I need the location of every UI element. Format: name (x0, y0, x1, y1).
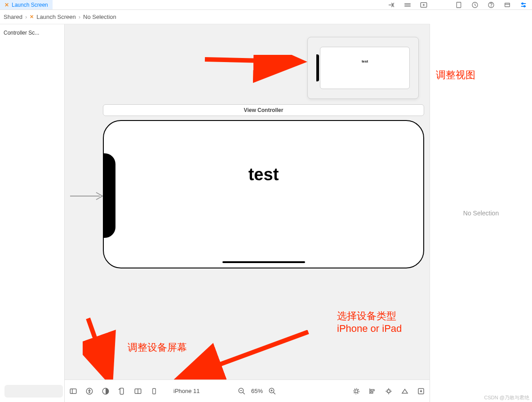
svg-rect-25 (120, 388, 124, 394)
add-panel-icon[interactable] (420, 1, 428, 9)
compare-icon[interactable] (387, 1, 395, 9)
layout-icon[interactable] (134, 387, 142, 395)
svg-rect-40 (371, 392, 373, 393)
device-notch (103, 153, 115, 238)
pin-icon[interactable] (385, 387, 393, 395)
svg-line-17 (205, 59, 298, 62)
adjust-icon[interactable] (403, 1, 412, 9)
tab-label: Launch Screen (12, 2, 48, 8)
device-frame[interactable]: test (103, 120, 424, 268)
svg-point-9 (491, 6, 492, 7)
svg-point-15 (524, 5, 525, 7)
inspector-tabs (455, 1, 532, 9)
identity-inspector-icon[interactable] (503, 1, 511, 9)
zoom-out-icon[interactable] (238, 387, 246, 395)
svg-rect-28 (153, 389, 156, 394)
inspector-panel: No Selection (430, 24, 532, 402)
canvas-bottom-bar: iPhone 11 65% (65, 380, 430, 402)
embed-icon[interactable] (417, 387, 425, 395)
svg-rect-10 (505, 3, 510, 7)
document-outline: Controller Sc... (0, 24, 65, 402)
storyboard-icon: ✕ (4, 2, 9, 8)
chevron-right-icon: › (24, 13, 28, 20)
breadcrumb-item[interactable]: Launch Screen (36, 13, 75, 20)
resolve-icon[interactable] (401, 387, 409, 395)
svg-rect-6 (457, 2, 461, 8)
main-area: Controller Sc... test View Controller te… (0, 24, 532, 402)
orientation-icon[interactable] (118, 387, 126, 395)
scene-header[interactable]: View Controller (103, 104, 424, 116)
outline-item[interactable]: Controller Sc... (2, 28, 62, 38)
help-inspector-icon[interactable] (487, 1, 495, 9)
svg-rect-20 (70, 389, 76, 393)
svg-point-36 (354, 389, 359, 394)
svg-line-18 (88, 318, 110, 380)
device-type-icon[interactable] (150, 387, 158, 395)
update-frames-icon[interactable] (352, 387, 360, 395)
svg-point-23 (89, 389, 90, 390)
storyboard-icon: ✕ (30, 14, 35, 20)
initial-vc-arrow-icon (69, 191, 105, 201)
svg-rect-39 (371, 389, 374, 391)
minimap-content: test (362, 47, 368, 63)
attributes-inspector-icon[interactable] (519, 1, 528, 9)
svg-line-33 (273, 392, 275, 394)
appearance-icon[interactable] (102, 387, 110, 395)
watermark: CSDN @乃敢与君绝 (484, 394, 529, 401)
breadcrumb-item[interactable]: Shared (4, 13, 22, 20)
tab-launch-screen[interactable]: ✕ Launch Screen (0, 0, 53, 9)
label-test[interactable]: test (248, 165, 279, 184)
svg-line-30 (243, 392, 245, 394)
zoom-in-icon[interactable] (268, 387, 276, 395)
zoom-level[interactable]: 65% (251, 388, 263, 394)
svg-line-19 (179, 332, 308, 380)
device-selector[interactable]: iPhone 11 (173, 388, 200, 394)
editor-tab-bar: ✕ Launch Screen (0, 0, 532, 10)
panel-left-icon[interactable] (69, 387, 77, 395)
chevron-right-icon: › (78, 13, 81, 20)
editor-options (387, 1, 428, 9)
accessibility-icon[interactable] (85, 387, 93, 395)
breadcrumb-item[interactable]: No Selection (83, 13, 116, 20)
filter-input[interactable] (4, 385, 63, 398)
canvas-minimap[interactable]: test (307, 37, 419, 99)
interface-builder-canvas[interactable]: test View Controller test (65, 24, 430, 402)
scene-view-controller[interactable]: View Controller test (103, 104, 424, 268)
svg-point-13 (522, 3, 523, 4)
annotation-bottom-right: 选择设备类型 iPhone or iPad (337, 309, 402, 335)
svg-rect-37 (355, 390, 358, 393)
annotation-bottom-left: 调整设备屏幕 (128, 341, 187, 354)
file-inspector-icon[interactable] (455, 1, 463, 9)
minimap-notch (316, 54, 319, 81)
history-inspector-icon[interactable] (471, 1, 479, 9)
breadcrumb: Shared › ✕ Launch Screen › No Selection (0, 10, 430, 24)
minimap-frame: test (320, 47, 410, 89)
align-icon[interactable] (368, 387, 377, 395)
inspector-placeholder: No Selection (463, 210, 499, 217)
svg-rect-41 (387, 390, 390, 393)
home-indicator (222, 261, 305, 263)
